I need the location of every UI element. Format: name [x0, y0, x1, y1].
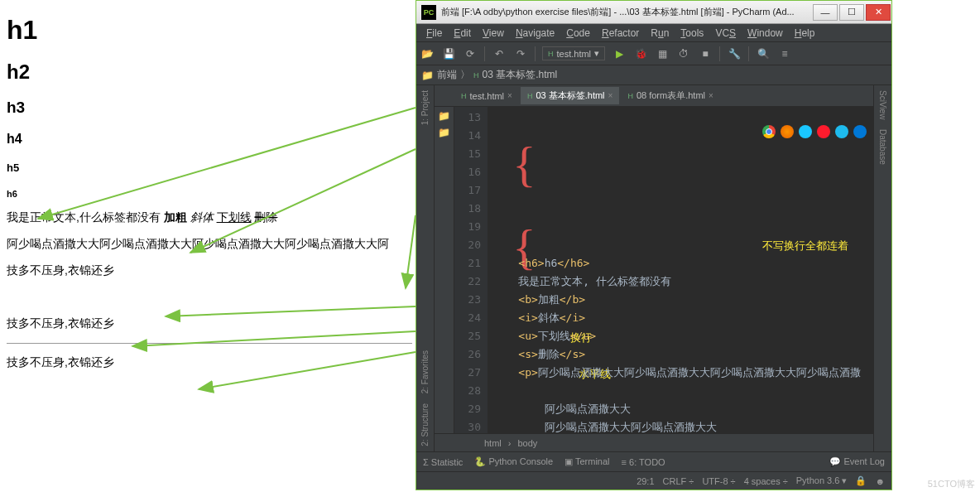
indent[interactable]: 4 spaces ÷ [744, 476, 788, 486]
sciview-tool-tab[interactable]: SciView [877, 85, 889, 124]
annotation-bracket-icon: { [512, 155, 536, 229]
watermark: 51CTO博客 [928, 478, 975, 490]
ie-icon[interactable] [835, 125, 848, 138]
stop-icon[interactable]: ■ [698, 46, 713, 61]
minimize-button[interactable]: — [813, 4, 838, 21]
bottom-tool-tabs: Σ Statistic 🐍 Python Console ▣ Terminal … [416, 451, 891, 471]
profile-icon[interactable]: ⏱ [676, 46, 691, 61]
folder-icon: 📁 [438, 110, 450, 122]
breadcrumb[interactable]: html › body [435, 433, 873, 451]
menu-code[interactable]: Code [561, 26, 595, 41]
structure-tool-tab[interactable]: 2: Structure [419, 398, 431, 451]
heading-h3: h3 [7, 99, 412, 117]
event-log-tab[interactable]: 💬 Event Log [829, 456, 885, 467]
menu-refactor[interactable]: Refactor [597, 26, 644, 41]
firefox-icon[interactable] [781, 125, 794, 138]
strike-text: 删除 [254, 210, 277, 224]
close-icon[interactable]: × [507, 91, 512, 100]
toolbar: 📂 💾 ⟳ ↶ ↷ Htest.html▾ ▶ 🐞 ▦ ⏱ ■ 🔧 🔍 ≡ [416, 42, 891, 65]
heading-h4: h4 [7, 132, 412, 147]
heading-h1: h1 [7, 15, 412, 46]
run-config-selector[interactable]: Htest.html▾ [542, 46, 605, 60]
folder-icon: 📁 [421, 70, 434, 81]
open-icon[interactable]: 📂 [420, 46, 435, 61]
menu-vcs[interactable]: VCS [710, 26, 741, 41]
todo-tab[interactable]: ≡ 6: TODO [622, 457, 665, 467]
project-tool-tab[interactable]: 1: Project [419, 85, 431, 130]
bold-text: 加粗 [164, 210, 187, 224]
code-editor[interactable]: { { 不写换行全都连着 换行 水平线 <h6>h6</h6> 我是正常文本, … [488, 107, 873, 433]
terminal-tab[interactable]: ▣ Terminal [564, 456, 609, 467]
lock-icon[interactable]: 🔒 [855, 475, 867, 486]
undo-icon[interactable]: ↶ [492, 46, 507, 61]
tab-test-html[interactable]: Htest.html× [454, 89, 519, 104]
save-icon[interactable]: 💾 [441, 46, 456, 61]
annotation-no-wrap: 不写换行全都连着 [762, 237, 848, 255]
redo-icon[interactable]: ↷ [513, 46, 528, 61]
left-tool-strip: 1: Project 2: Favorites 2: Structure [416, 85, 435, 451]
browser-preview: h1 h2 h3 h4 h5 h6 我是正常文本,什么标签都没有 加粗 斜体 下… [7, 7, 412, 382]
preview-skill-3: 技多不压身,衣锦还乡 [7, 355, 412, 370]
menu-run[interactable]: Run [646, 26, 674, 41]
right-tool-strip: SciView Database [873, 85, 891, 451]
pycharm-icon: PC [421, 5, 436, 20]
preview-hr [7, 343, 412, 344]
menu-navigate[interactable]: Navigate [511, 26, 560, 41]
underline-text: 下划线 [217, 210, 252, 224]
structure-icon[interactable]: ≡ [777, 46, 792, 61]
search-icon[interactable]: 🔍 [756, 46, 771, 61]
preview-long-text: 阿少喝点酒撒大大阿少喝点酒撒大大阿少喝点酒撒大大阿少喝点酒撒大大阿 [7, 237, 412, 252]
html-file-icon: H [473, 71, 479, 80]
edge-icon[interactable] [853, 125, 867, 138]
close-button[interactable]: ✕ [866, 4, 891, 21]
pycharm-window: PC 前端 [F:\A odby\python exercise files\前… [416, 0, 892, 490]
preview-skill-1: 技多不压身,衣锦还乡 [7, 263, 412, 278]
favorites-tool-tab[interactable]: 2: Favorites [419, 345, 431, 398]
folder-icon: 📁 [438, 127, 450, 138]
hector-icon[interactable]: ☻ [875, 476, 885, 486]
database-tool-tab[interactable]: Database [877, 124, 889, 170]
run-icon[interactable]: ▶ [612, 46, 627, 61]
browser-preview-icons [762, 125, 867, 138]
cursor-position[interactable]: 29:1 [637, 476, 654, 486]
settings-icon[interactable]: 🔧 [727, 46, 742, 61]
status-bar: 29:1 CRLF ÷ UTF-8 ÷ 4 spaces ÷ Python 3.… [416, 471, 891, 490]
menu-file[interactable]: File [421, 26, 447, 41]
coverage-icon[interactable]: ▦ [655, 46, 670, 61]
chrome-icon[interactable] [762, 125, 776, 138]
titlebar[interactable]: PC 前端 [F:\A odby\python exercise files\前… [416, 1, 891, 24]
menu-help[interactable]: Help [790, 26, 820, 41]
encoding[interactable]: UTF-8 ÷ [702, 476, 735, 486]
navigation-bar[interactable]: 📁 前端 〉 H 03 基本标签.html [416, 65, 891, 85]
heading-h6: h6 [7, 189, 412, 199]
safari-icon[interactable] [799, 125, 812, 138]
editor-tabs: Htest.html× H03 基本标签.html× H08 form表单.ht… [435, 85, 873, 107]
line-number-gutter[interactable]: 131415161718192021222324252627282930 [454, 107, 488, 433]
menu-edit[interactable]: Edit [449, 26, 476, 41]
tab-form[interactable]: H08 form表单.html× [621, 87, 719, 104]
tab-basic-tags[interactable]: H03 基本标签.html× [521, 87, 619, 104]
project-tree-strip[interactable]: 📁 📁 [435, 107, 454, 433]
debug-icon[interactable]: 🐞 [633, 46, 648, 61]
menu-bar: File Edit View Navigate Code Refactor Ru… [416, 24, 891, 42]
python-console-tab[interactable]: 🐍 Python Console [474, 456, 553, 467]
sync-icon[interactable]: ⟳ [463, 46, 478, 61]
close-icon[interactable]: × [709, 91, 713, 100]
opera-icon[interactable] [817, 125, 830, 138]
annotation-bracket-icon: { [512, 238, 536, 256]
preview-paragraph-formats: 我是正常文本,什么标签都没有 加粗 斜体 下划线 删除 [7, 210, 412, 225]
menu-tools[interactable]: Tools [675, 26, 709, 41]
menu-view[interactable]: View [478, 26, 509, 41]
preview-skill-2: 技多不压身,衣锦还乡 [7, 316, 412, 331]
window-title: 前端 [F:\A odby\python exercise files\前端] … [441, 6, 812, 18]
heading-h5: h5 [7, 162, 412, 174]
italic-text: 斜体 [190, 210, 214, 224]
statistic-tab[interactable]: Σ Statistic [423, 457, 463, 467]
menu-window[interactable]: Window [742, 26, 788, 41]
nav-folder[interactable]: 前端 [437, 68, 457, 82]
interpreter[interactable]: Python 3.6 ▾ [796, 475, 848, 486]
nav-file[interactable]: 03 基本标签.html [483, 68, 558, 82]
maximize-button[interactable]: ☐ [839, 4, 864, 21]
close-icon[interactable]: × [608, 91, 613, 100]
line-ending[interactable]: CRLF ÷ [663, 476, 694, 486]
